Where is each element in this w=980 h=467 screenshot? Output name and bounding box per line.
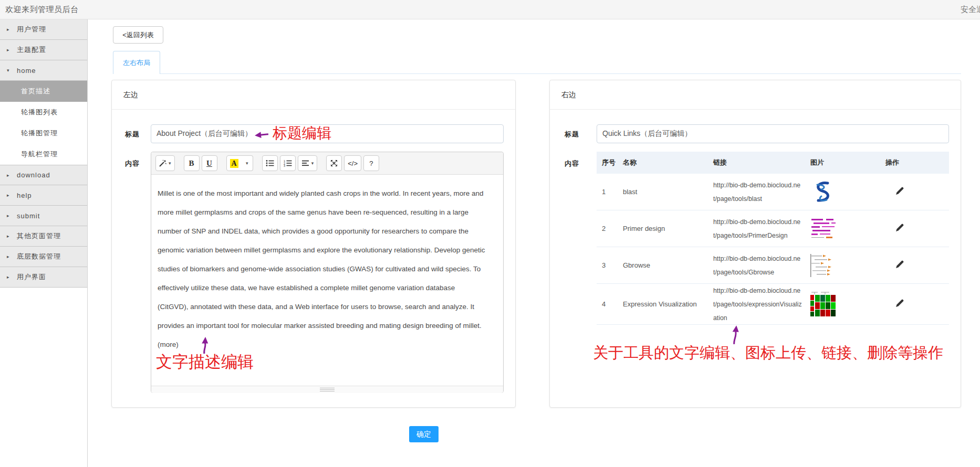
sidebar-item-label: 首页描述	[21, 87, 50, 96]
table-row: 1 blast http://bio-db-demo.biocloud.net/…	[597, 174, 949, 210]
right-content-label: 内容	[565, 159, 579, 168]
editor-text-line: genomic variation between millet germpla…	[158, 241, 497, 260]
editor-resize-handle[interactable]	[151, 386, 503, 393]
sidebar-item-theme-config[interactable]: ▸ 主题配置	[0, 40, 87, 60]
table-row: 3 Gbrowse http://bio-db-demo.biocloud.ne…	[597, 247, 949, 284]
numbered-list-icon: 1 2 3	[284, 160, 292, 167]
expanded-arrow-icon: ▾	[7, 68, 9, 73]
magic-wand-icon	[159, 160, 166, 167]
font-color-dropdown[interactable]: ▾	[242, 155, 253, 171]
sidebar-item-home[interactable]: ▾ home	[0, 60, 87, 81]
collapsed-arrow-icon: ▸	[7, 27, 9, 32]
right-title-label: 标题	[565, 130, 579, 139]
logout-link[interactable]: 安全退出	[961, 5, 980, 15]
gbrowse-thumbnail[interactable]	[810, 254, 838, 277]
collapsed-arrow-icon: ▸	[7, 254, 9, 259]
paragraph-align-button[interactable]: ▾	[298, 155, 318, 171]
tab-left-right-layout[interactable]: 左右布局	[113, 51, 160, 74]
column-header: 名称	[623, 158, 713, 167]
tool-link: http://bio-db-demo.biocloud.net/page/too…	[713, 252, 810, 279]
sidebar-item-label: 用户管理	[17, 25, 46, 34]
sidebar-item-carousel-management[interactable]: 轮播图管理	[0, 123, 87, 144]
annotation-arrow-up-icon	[729, 324, 741, 345]
fullscreen-button[interactable]	[326, 155, 342, 171]
svg-text:3: 3	[284, 164, 285, 167]
sidebar-item-help[interactable]: ▸ help	[0, 185, 87, 206]
sidebar-item-label: download	[17, 171, 50, 179]
sidebar-item-other-pages[interactable]: ▸ 其他页面管理	[0, 226, 87, 247]
sidebar-item-download[interactable]: ▸ download	[0, 165, 87, 185]
sidebar-item-home-description[interactable]: 首页描述	[0, 81, 87, 102]
topbar: 欢迎来到管理员后台 安全退出	[0, 0, 980, 19]
row-number: 3	[597, 261, 623, 269]
font-color-button[interactable]: A	[226, 155, 242, 171]
right-panel-header: 右边	[550, 80, 961, 110]
tool-name: Expression Visualization	[623, 300, 713, 308]
unordered-list-button[interactable]	[262, 155, 278, 171]
underline-button[interactable]: U	[202, 155, 217, 171]
sidebar-item-label: 底层数据管理	[17, 252, 61, 261]
column-header: 操作	[885, 158, 949, 167]
row-number: 2	[597, 225, 623, 232]
collapsed-arrow-icon: ▸	[7, 47, 9, 52]
row-number: 1	[597, 188, 623, 196]
editor-text-line: (CitGVD), annotated with these data, and…	[158, 298, 497, 316]
editor-text-line: effectively utilize these data, we have …	[158, 279, 497, 298]
collapsed-arrow-icon: ▸	[7, 193, 9, 198]
code-view-button[interactable]: </>	[344, 155, 361, 171]
sidebar-item-label: help	[17, 192, 32, 199]
edit-pencil-icon[interactable]	[895, 223, 904, 232]
chevron-down-icon: ▾	[246, 161, 248, 166]
table-row: 2 Primer design http://bio-db-demo.biocl…	[597, 210, 949, 247]
left-content-label: 内容	[125, 159, 140, 168]
collapsed-arrow-icon: ▸	[7, 173, 9, 178]
expression-heatmap-thumbnail[interactable]	[810, 292, 836, 317]
tool-name: Primer design	[623, 225, 713, 232]
table-header-row: 序号 名称 链接 图片 操作	[597, 152, 949, 174]
confirm-button[interactable]: 确定	[409, 426, 439, 442]
edit-pencil-icon[interactable]	[895, 260, 904, 269]
tool-name: Gbrowse	[623, 261, 713, 269]
style-magic-button[interactable]: ▾	[155, 155, 175, 171]
annotation-tools-operations: 关于工具的文字编辑、图标上传、链接、删除等操作	[593, 343, 943, 364]
tabbar-underline	[113, 73, 961, 74]
edit-pencil-icon[interactable]	[895, 299, 904, 308]
sidebar-item-user-management[interactable]: ▸ 用户管理	[0, 19, 87, 40]
back-to-list-button[interactable]: <返回列表	[113, 26, 163, 44]
sidebar-item-submit[interactable]: ▸ submit	[0, 206, 87, 226]
page-title: 欢迎来到管理员后台	[5, 5, 79, 15]
left-panel-card: 左边 标题 标题编辑 内容 ▾ B U	[111, 80, 516, 408]
sidebar-item-underlying-data[interactable]: ▸ 底层数据管理	[0, 247, 87, 267]
sidebar-item-navbar-management[interactable]: 导航栏管理	[0, 144, 87, 165]
ordered-list-button[interactable]: 1 2 3	[280, 155, 296, 171]
quick-links-table: 序号 名称 链接 图片 操作 1 blast http://bio-db-dem…	[597, 152, 949, 325]
blast-thumbnail[interactable]	[810, 180, 835, 204]
edit-pencil-icon[interactable]	[895, 186, 904, 196]
sidebar-item-label: 其他页面管理	[17, 231, 61, 241]
annotation-content-edit: 文字描述编辑	[156, 351, 254, 373]
left-title-label: 标题	[125, 130, 140, 139]
tool-link: http://bio-db-demo.biocloud.net/page/too…	[713, 284, 810, 325]
right-title-input[interactable]	[597, 124, 949, 143]
row-number: 4	[597, 300, 623, 308]
editor-toolbar: ▾ B U A ▾	[151, 152, 503, 175]
highlighted-letter-icon: A	[230, 159, 238, 168]
collapsed-arrow-icon: ▸	[7, 213, 9, 218]
sidebar-item-label: 轮播图管理	[21, 129, 58, 138]
right-panel-card: 右边 标题 内容 序号 名称 链接 图片 操作 1 blast http://b…	[549, 80, 961, 408]
chevron-down-icon: ▾	[169, 161, 171, 166]
sidebar-item-label: 导航栏管理	[21, 150, 58, 159]
annotation-arrow-left-icon	[254, 131, 269, 140]
sidebar-item-label: 轮播图列表	[21, 108, 58, 117]
column-header: 链接	[713, 158, 810, 167]
editor-text-line: Millet is one of the most important and …	[158, 184, 497, 203]
fullscreen-arrows-icon	[330, 160, 338, 167]
bold-button[interactable]: B	[184, 155, 200, 171]
sidebar-item-carousel-list[interactable]: 轮播图列表	[0, 102, 87, 123]
editor-text-line: more millet germplasms and crops of the …	[158, 203, 497, 222]
sidebar-item-user-interface[interactable]: ▸ 用户界面	[0, 267, 87, 288]
editor-help-button[interactable]: ?	[363, 155, 379, 171]
column-header: 序号	[597, 158, 623, 167]
primer-design-thumbnail[interactable]	[810, 218, 838, 240]
sidebar-item-label: home	[17, 67, 36, 75]
